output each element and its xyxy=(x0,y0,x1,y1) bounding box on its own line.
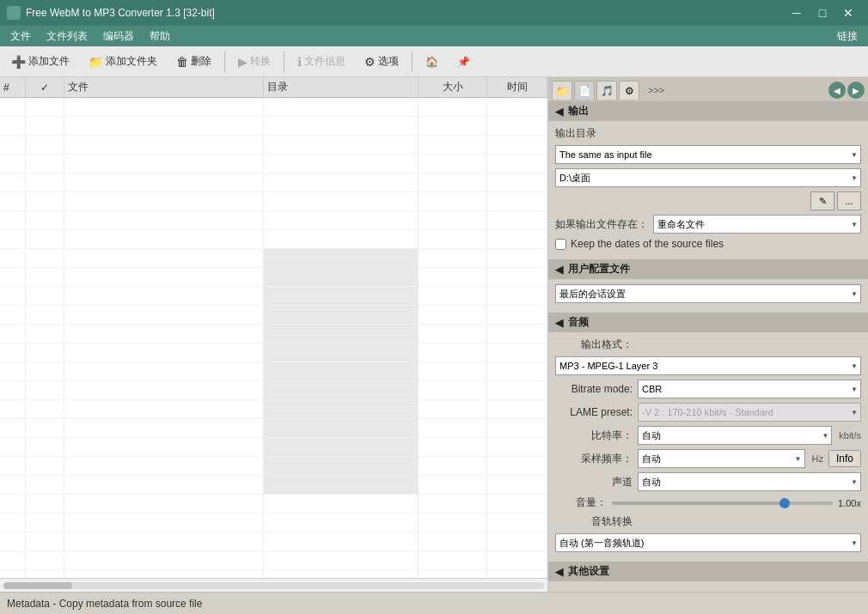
table-cell xyxy=(0,230,26,248)
table-cell xyxy=(264,192,419,210)
lame-preset-row: LAME preset: -V 2 : 170-210 kbit/s - Sta… xyxy=(555,403,861,422)
table-cell xyxy=(0,173,26,191)
options-button[interactable]: ⚙ 选项 xyxy=(357,51,406,72)
menu-link[interactable]: 链接 xyxy=(830,27,865,46)
path-select[interactable]: D:\桌面 xyxy=(555,168,861,187)
table-cell xyxy=(487,173,547,191)
tab-audio[interactable]: 🎵 xyxy=(596,81,617,100)
volume-slider-fill xyxy=(612,502,785,505)
bitrate-mode-label: Bitrate mode: xyxy=(555,383,633,395)
add-file-button[interactable]: ➕ 添加文件 xyxy=(3,51,77,72)
menu-encoder[interactable]: 编码器 xyxy=(96,27,141,46)
horizontal-scrollbar[interactable] xyxy=(0,578,547,592)
options-icon: ⚙ xyxy=(364,55,376,69)
table-row xyxy=(0,419,547,438)
table-cell xyxy=(64,192,264,210)
bitrate-select[interactable]: 自动 128 192 256 320 xyxy=(638,426,832,445)
if-exists-select[interactable]: 重命名文件 覆盖 跳过 xyxy=(653,215,861,234)
table-cell xyxy=(64,400,264,418)
channels-select[interactable]: 自动 立体声 单声道 xyxy=(638,472,861,491)
th-check: ✓ xyxy=(26,77,64,97)
audio-section-header[interactable]: ◀ 音频 xyxy=(548,313,868,332)
info-button[interactable]: Info xyxy=(828,450,861,467)
convert-button[interactable]: ▶ 转换 xyxy=(230,51,278,72)
sample-rate-select[interactable]: 自动 44100 48000 22050 xyxy=(638,449,805,468)
table-cell xyxy=(26,173,64,191)
file-info-button[interactable]: ℹ 文件信息 xyxy=(290,51,353,72)
add-folder-button[interactable]: 📁 添加文件夹 xyxy=(81,51,165,72)
menu-help[interactable]: 帮助 xyxy=(143,27,177,46)
delete-icon: 🗑 xyxy=(176,55,188,69)
table-cell xyxy=(64,514,264,532)
table-cell xyxy=(26,117,64,135)
audio-track-select-row: 自动 (第一音频轨道) 所有音轨 ▼ xyxy=(555,533,861,552)
profile-select[interactable]: 最后的会话设置 Default xyxy=(555,284,861,303)
table-cell xyxy=(487,192,547,210)
tab-folder[interactable]: 📁 xyxy=(552,81,572,100)
table-row xyxy=(0,136,547,155)
format-select[interactable]: MP3 - MPEG-1 Layer 3 WAV OGG FLAC AAC xyxy=(555,356,861,375)
tab-prev-button[interactable]: ◀ xyxy=(828,82,846,99)
close-button[interactable]: ✕ xyxy=(835,0,861,26)
menu-filelist[interactable]: 文件列表 xyxy=(40,27,95,46)
right-panel: 📁 📄 🎵 ⚙ >>> ◀ ▶ ◀ 输出 输出目录 xyxy=(548,77,868,592)
home-button[interactable]: 🏠 xyxy=(418,52,446,71)
th-hash: # xyxy=(0,77,26,97)
status-bar: Metadata - Copy metadata from source fil… xyxy=(0,592,868,614)
edit-path-button[interactable]: ✎ xyxy=(810,191,834,210)
audio-track-select[interactable]: 自动 (第一音频轨道) 所有音轨 xyxy=(555,533,861,552)
delete-label: 删除 xyxy=(191,54,211,69)
lame-preset-select[interactable]: -V 2 : 170-210 kbit/s - Standard xyxy=(638,403,861,422)
table-row xyxy=(0,268,547,287)
volume-slider-thumb[interactable] xyxy=(779,498,790,508)
table-cell xyxy=(419,136,487,154)
keep-dates-row: Keep the dates of the source files xyxy=(555,238,861,250)
output-dir-select[interactable]: The same as input file Custom folder xyxy=(555,145,861,164)
tab-more[interactable]: >>> xyxy=(645,83,668,97)
profile-arrow: ◀ xyxy=(555,264,563,276)
table-cell xyxy=(0,362,26,380)
table-cell xyxy=(0,438,26,456)
table-row xyxy=(0,532,547,551)
output-section-header[interactable]: ◀ 输出 xyxy=(548,101,868,121)
tab-next-button[interactable]: ▶ xyxy=(847,82,865,99)
table-row xyxy=(0,551,547,570)
profile-section-header[interactable]: ◀ 用户配置文件 xyxy=(548,259,868,279)
table-cell xyxy=(64,476,264,494)
th-time: 时间 xyxy=(487,77,547,97)
tab-document[interactable]: 📄 xyxy=(574,81,595,100)
keep-dates-checkbox[interactable] xyxy=(555,239,566,250)
table-cell xyxy=(419,230,487,248)
table-cell xyxy=(487,98,547,116)
th-file: 文件 xyxy=(64,77,264,97)
table-cell xyxy=(64,211,264,229)
scrollbar-thumb[interactable] xyxy=(3,582,72,589)
other-section-header[interactable]: ◀ 其他设置 xyxy=(548,562,868,581)
output-dir-label: 输出目录 xyxy=(555,126,596,141)
table-row xyxy=(0,438,547,457)
browse-button[interactable]: ... xyxy=(837,191,861,210)
delete-button[interactable]: 🗑 删除 xyxy=(168,51,219,72)
table-cell xyxy=(26,495,64,513)
table-cell xyxy=(487,136,547,154)
profile-title: 用户配置文件 xyxy=(568,262,630,277)
status-text: Metadata - Copy metadata from source fil… xyxy=(7,598,202,610)
table-cell xyxy=(419,457,487,475)
table-cell xyxy=(419,192,487,210)
table-cell xyxy=(0,381,26,399)
table-row xyxy=(0,400,547,419)
maximize-button[interactable]: □ xyxy=(810,0,835,26)
table-cell xyxy=(419,362,487,380)
pin-button[interactable]: 📌 xyxy=(449,52,478,71)
table-cell xyxy=(264,362,419,380)
menu-file[interactable]: 文件 xyxy=(3,27,38,46)
minimize-button[interactable]: ─ xyxy=(784,0,810,26)
table-cell xyxy=(264,306,419,324)
output-format-label: 输出格式： xyxy=(555,337,633,352)
table-cell xyxy=(487,381,547,399)
tab-settings[interactable]: ⚙ xyxy=(619,81,639,100)
bitrate-mode-select[interactable]: CBR VBR ABR xyxy=(638,380,861,398)
table-cell xyxy=(26,287,64,305)
bitrate-row: 比特率： 自动 128 192 256 320 ▼ kbit/s xyxy=(555,426,861,445)
volume-slider-track[interactable] xyxy=(612,502,833,505)
